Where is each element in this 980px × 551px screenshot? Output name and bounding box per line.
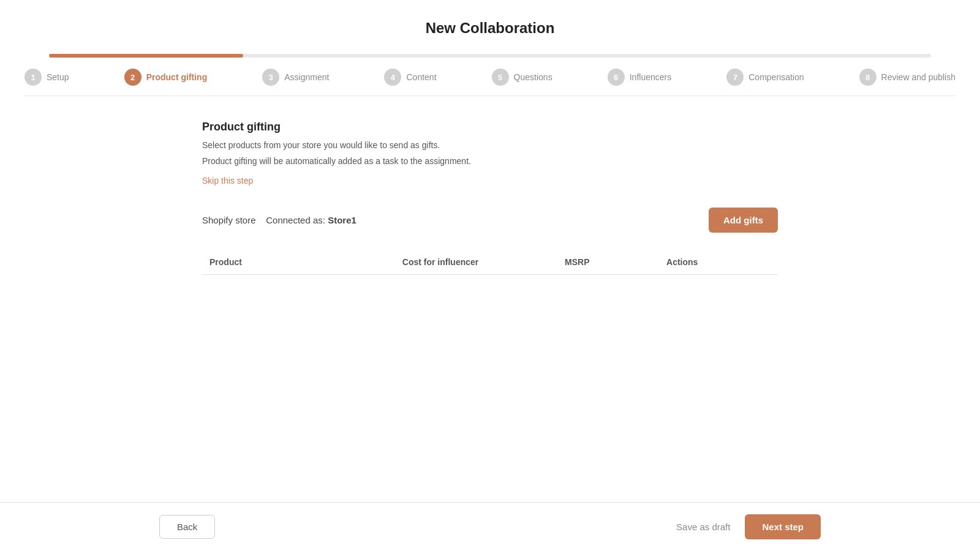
step-5-questions[interactable]: 5 Questions [492,69,552,86]
section-title: Product gifting [202,121,778,133]
col-header-msrp: MSRP [557,252,659,275]
footer-right: Save as draft Next step [676,514,821,539]
step-2-circle: 2 [124,69,141,86]
col-header-product: Product [202,252,323,275]
step-6-label: Influencers [630,72,671,82]
step-1-circle: 1 [24,69,42,86]
step-3-assignment[interactable]: 3 Assignment [262,69,329,86]
step-7-label: Compensation [748,72,804,82]
skip-step-link[interactable]: Skip this step [202,176,253,186]
step-5-circle: 5 [492,69,509,86]
back-button[interactable]: Back [159,515,215,539]
step-8-review-publish[interactable]: 8 Review and publish [859,69,956,86]
step-8-circle: 8 [859,69,876,86]
main-content: Product gifting Select products from you… [153,96,827,348]
section-description-line2: Product gifting will be automatically ad… [202,154,778,168]
add-gifts-button[interactable]: Add gifts [709,208,778,233]
save-draft-button[interactable]: Save as draft [676,522,730,532]
step-8-label: Review and publish [881,72,956,82]
step-6-influencers[interactable]: 6 Influencers [608,69,671,86]
footer: Back Save as draft Next step [0,502,980,551]
step-2-product-gifting[interactable]: 2 Product gifting [124,69,208,86]
step-4-circle: 4 [384,69,401,86]
step-7-compensation[interactable]: 7 Compensation [726,69,804,86]
next-step-button[interactable]: Next step [745,514,821,539]
step-1-setup[interactable]: 1 Setup [24,69,69,86]
step-1-label: Setup [47,72,69,82]
step-7-circle: 7 [726,69,744,86]
step-5-label: Questions [514,72,552,82]
col-header-actions: Actions [659,252,778,275]
step-2-label: Product gifting [146,72,208,82]
store-label: Shopify store [202,215,256,225]
step-4-label: Content [406,72,436,82]
store-info: Shopify store Connected as: Store1 [202,215,356,225]
store-name: Store1 [328,215,356,225]
step-3-label: Assignment [284,72,329,82]
section-description-line1: Select products from your store you woul… [202,138,778,152]
step-3-circle: 3 [262,69,279,86]
step-4-content[interactable]: 4 Content [384,69,436,86]
store-row: Shopify store Connected as: Store1 Add g… [202,208,778,233]
page-title: New Collaboration [0,0,980,54]
connected-as-label: Connected as: [266,215,325,225]
col-header-cost: Cost for influencer [323,252,557,275]
product-table: Product Cost for influencer MSRP Actions [202,252,778,275]
steps-nav: 1 Setup 2 Product gifting 3 Assignment 4… [24,58,956,96]
step-6-circle: 6 [608,69,625,86]
